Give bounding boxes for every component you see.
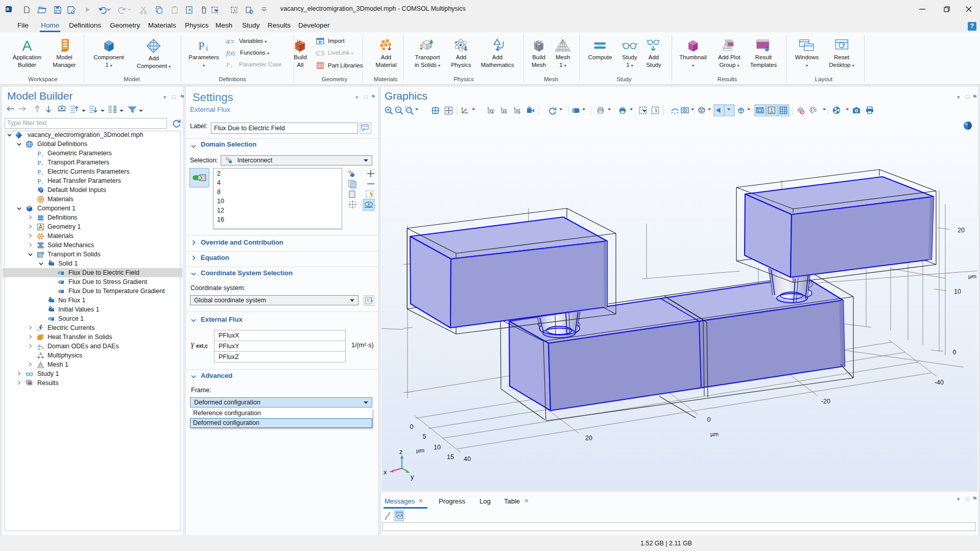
svg-text:µm: µm xyxy=(416,447,424,453)
svg-text:i: i xyxy=(42,162,43,166)
svg-text:D: D xyxy=(49,260,52,263)
svg-text:yz: yz xyxy=(503,108,507,113)
svg-text:P: P xyxy=(37,150,41,157)
svg-text:i: i xyxy=(206,44,208,52)
svg-text:P: P xyxy=(37,168,41,176)
svg-text:20: 20 xyxy=(958,227,965,234)
svg-text:z: z xyxy=(399,448,403,456)
svg-text:0: 0 xyxy=(707,416,711,423)
svg-text:xz: xz xyxy=(516,108,520,113)
svg-text:A: A xyxy=(22,38,32,53)
svg-text:+: + xyxy=(37,328,39,332)
svg-text:-20: -20 xyxy=(821,398,830,405)
svg-text:P: P xyxy=(37,159,41,166)
svg-text:xy: xy xyxy=(489,108,494,113)
svg-text:0: 0 xyxy=(953,349,957,356)
svg-text:µm: µm xyxy=(710,431,719,437)
svg-text:µm: µm xyxy=(968,273,976,279)
svg-text:=: = xyxy=(231,38,234,44)
svg-text:40: 40 xyxy=(464,456,471,463)
svg-text:5: 5 xyxy=(423,433,426,440)
svg-text:20: 20 xyxy=(585,435,592,442)
svg-text:-40: -40 xyxy=(935,379,944,386)
svg-text:a: a xyxy=(226,37,230,45)
svg-text:P: P xyxy=(37,177,41,185)
svg-text:i: i xyxy=(42,181,43,185)
svg-text:-: - xyxy=(42,325,43,328)
svg-text:10: 10 xyxy=(954,288,961,295)
svg-text:D: D xyxy=(49,297,52,300)
svg-text:D: D xyxy=(49,306,52,309)
svg-text:x: x xyxy=(384,468,387,476)
svg-text:y: y xyxy=(411,473,414,481)
svg-text:15: 15 xyxy=(447,453,454,461)
svg-text:P: P xyxy=(226,61,230,68)
svg-text:dt: dt xyxy=(38,347,41,350)
svg-text:i: i xyxy=(42,172,43,176)
svg-text:0: 0 xyxy=(410,423,414,430)
svg-text:P: P xyxy=(198,39,204,52)
svg-text:10: 10 xyxy=(434,444,441,451)
svg-text:i: i xyxy=(231,64,232,68)
svg-text:i: i xyxy=(42,153,43,157)
svg-text:(x): (x) xyxy=(228,50,235,56)
